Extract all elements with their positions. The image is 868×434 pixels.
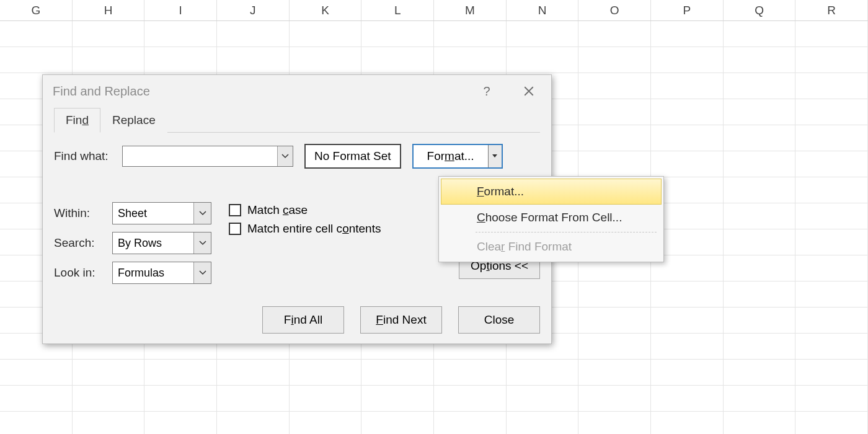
grid-cell[interactable]	[578, 47, 651, 73]
grid-cell[interactable]	[795, 73, 868, 99]
grid-cell[interactable]	[724, 203, 796, 229]
grid-cell[interactable]	[724, 281, 796, 307]
grid-cell[interactable]	[290, 412, 362, 434]
grid-cell[interactable]	[144, 412, 217, 434]
grid-cell[interactable]	[724, 308, 796, 333]
grid-cell[interactable]	[144, 360, 217, 385]
grid-cell[interactable]	[361, 21, 434, 46]
grid-cell[interactable]	[73, 21, 145, 46]
column-header[interactable]: L	[361, 0, 434, 20]
grid-cell[interactable]	[361, 360, 434, 385]
grid-cell[interactable]	[795, 203, 868, 229]
grid-cell[interactable]	[724, 334, 796, 359]
grid-cell[interactable]	[651, 412, 724, 434]
grid-cell[interactable]	[651, 151, 724, 177]
grid-cell[interactable]	[651, 73, 724, 99]
column-header[interactable]: H	[73, 0, 145, 20]
find-next-button[interactable]: Find Next	[360, 306, 442, 334]
grid-cell[interactable]	[795, 47, 868, 73]
grid-cell[interactable]	[290, 21, 362, 46]
grid-cell[interactable]	[507, 412, 579, 434]
grid-cell[interactable]	[73, 412, 145, 434]
column-header[interactable]: O	[578, 0, 651, 20]
grid-cell[interactable]	[434, 47, 507, 73]
column-header[interactable]: Q	[724, 0, 796, 20]
grid-cell[interactable]	[73, 360, 145, 385]
grid-cell[interactable]	[651, 125, 724, 151]
grid-cell[interactable]	[724, 360, 796, 385]
grid-cell[interactable]	[0, 386, 73, 411]
grid-cell[interactable]	[724, 73, 796, 99]
search-select[interactable]: By Rows	[112, 232, 211, 254]
grid-cell[interactable]	[290, 360, 362, 385]
grid-cell[interactable]	[795, 177, 868, 203]
grid-cell[interactable]	[578, 73, 651, 99]
column-header[interactable]: G	[0, 0, 73, 20]
format-button-dropdown[interactable]	[488, 145, 502, 167]
grid-cell[interactable]	[217, 47, 290, 73]
grid-cell[interactable]	[507, 47, 579, 73]
grid-cell[interactable]	[578, 281, 651, 307]
grid-cell[interactable]	[0, 412, 73, 434]
grid-cell[interactable]	[217, 412, 290, 434]
grid-cell[interactable]	[651, 99, 724, 125]
column-header[interactable]: P	[651, 0, 724, 20]
grid-cell[interactable]	[724, 386, 796, 411]
grid-cell[interactable]	[724, 229, 796, 255]
grid-cell[interactable]	[724, 177, 796, 203]
column-header[interactable]: R	[795, 0, 868, 20]
grid-cell[interactable]	[507, 21, 579, 46]
menu-item-choose-format[interactable]: Choose Format From Cell...	[441, 205, 662, 231]
grid-cell[interactable]	[578, 334, 651, 359]
grid-cell[interactable]	[795, 21, 868, 46]
grid-cell[interactable]	[361, 386, 434, 411]
grid-cell[interactable]	[724, 47, 796, 73]
grid-cell[interactable]	[507, 386, 579, 411]
grid-cell[interactable]	[724, 151, 796, 177]
within-select[interactable]: Sheet	[112, 202, 211, 224]
grid-cell[interactable]	[795, 386, 868, 411]
grid-cell[interactable]	[651, 386, 724, 411]
grid-cell[interactable]	[724, 21, 796, 46]
grid-cell[interactable]	[0, 47, 73, 73]
grid-cell[interactable]	[651, 21, 724, 46]
chevron-down-icon[interactable]	[193, 232, 211, 254]
grid-cell[interactable]	[795, 334, 868, 359]
grid-cell[interactable]	[651, 308, 724, 333]
grid-cell[interactable]	[361, 412, 434, 434]
grid-cell[interactable]	[0, 360, 73, 385]
menu-item-format[interactable]: Format...	[441, 179, 662, 205]
grid-cell[interactable]	[795, 255, 868, 281]
grid-cell[interactable]	[144, 386, 217, 411]
grid-cell[interactable]	[578, 360, 651, 385]
grid-cell[interactable]	[651, 360, 724, 385]
grid-cell[interactable]	[73, 47, 145, 73]
match-case-checkbox[interactable]: Match case	[229, 203, 381, 217]
grid-cell[interactable]	[290, 47, 362, 73]
find-what-field[interactable]	[123, 146, 277, 166]
grid-cell[interactable]	[434, 412, 507, 434]
chevron-down-icon[interactable]	[193, 203, 211, 224]
tab-find[interactable]: Find	[54, 108, 100, 133]
grid-cell[interactable]	[361, 47, 434, 73]
grid-cell[interactable]	[578, 308, 651, 333]
grid-cell[interactable]	[434, 386, 507, 411]
grid-cell[interactable]	[578, 412, 651, 434]
grid-cell[interactable]	[434, 21, 507, 46]
grid-cell[interactable]	[724, 125, 796, 151]
grid-cell[interactable]	[724, 255, 796, 281]
close-button[interactable]: Close	[458, 306, 540, 334]
grid-cell[interactable]	[578, 151, 651, 177]
grid-cell[interactable]	[217, 386, 290, 411]
grid-cell[interactable]	[724, 99, 796, 125]
grid-cell[interactable]	[651, 334, 724, 359]
grid-cell[interactable]	[144, 21, 217, 46]
find-all-button[interactable]: Find All	[262, 306, 344, 334]
grid-cell[interactable]	[507, 360, 579, 385]
grid-cell[interactable]	[578, 386, 651, 411]
format-button-main[interactable]: Format...	[414, 145, 488, 167]
grid-cell[interactable]	[0, 21, 73, 46]
grid-cell[interactable]	[73, 386, 145, 411]
grid-cell[interactable]	[795, 229, 868, 255]
grid-cell[interactable]	[795, 360, 868, 385]
